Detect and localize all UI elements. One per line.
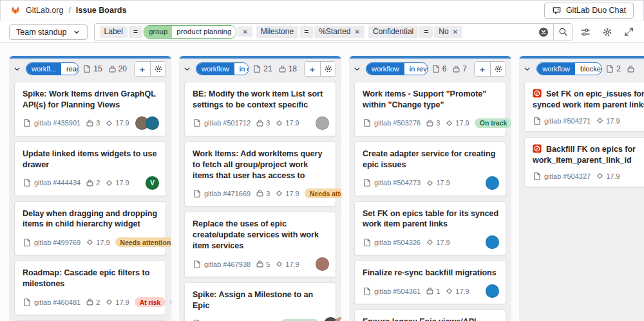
board-column: workfl...ready for developme...1520+Spik… [9, 56, 171, 321]
assignee-avatars [486, 235, 499, 249]
card-weight-value: 1 [436, 288, 440, 295]
column-weight-count: 18 [278, 64, 297, 73]
board-card[interactable]: Work Items: Add workItems query to fetch… [184, 142, 336, 207]
card-iteration: 17.9 [275, 119, 299, 127]
card-title-text: Update linked items widgets to use drawe… [23, 149, 156, 169]
card-weight-value: 3 [96, 119, 100, 127]
search-button[interactable] [557, 26, 569, 38]
magnifier-icon [558, 27, 568, 37]
issue-reference: gitlab #499769 [23, 238, 80, 247]
filter-token[interactable]: Label=groupproduct planning✕ [100, 25, 252, 39]
card-title-text: Roadmap: Cascade epic filters to milesto… [23, 268, 149, 288]
collapse-column-button[interactable] [12, 65, 23, 73]
card-meta: gitlab #460481217.9At risk [23, 295, 159, 309]
avatar[interactable] [316, 116, 329, 130]
duo-chat-button[interactable]: GitLab Duo Chat [544, 3, 634, 19]
plus-icon: + [310, 64, 316, 75]
assignee-avatars [486, 176, 499, 190]
card-title: BE: Modify the work item List sort setti… [193, 89, 329, 111]
add-card-button[interactable]: + [475, 62, 490, 76]
card-title: Set FK on epics table for its synced wor… [363, 208, 499, 230]
avatar[interactable] [486, 176, 499, 190]
card-iteration-value: 17.9 [436, 239, 450, 246]
issue-count-value: 21 [263, 64, 272, 73]
status-badge: On track [475, 118, 511, 128]
board-card[interactable]: Create adapter service for creating epic… [354, 142, 506, 196]
board-card[interactable]: BE: Modify the work item List sort setti… [184, 82, 336, 136]
board-switcher-label: Team standup [16, 28, 67, 37]
remove-token-button[interactable]: ✕ [238, 26, 252, 37]
avatar[interactable] [146, 116, 159, 130]
issue-reference-text: gitlab #471669 [204, 190, 251, 197]
filter-token[interactable]: Milestone=%Started✕ [256, 25, 365, 39]
filtered-search-input[interactable]: Label=groupproduct planning✕Milestone=%S… [94, 23, 573, 41]
column-label: workflowin review [366, 62, 428, 76]
board: workfl...ready for developme...1520+Spik… [0, 43, 644, 321]
issue-reference: gitlab #460481 [23, 298, 80, 307]
add-card-button[interactable]: + [305, 62, 320, 76]
assignee-avatars [324, 317, 341, 321]
column-settings-button[interactable] [320, 62, 336, 76]
board-card[interactable]: Finalize re-sync backfill migrationsgitl… [354, 261, 506, 304]
iteration-diamond-icon [105, 119, 113, 127]
board-card[interactable]: Roadmap: Cascade epic filters to milesto… [14, 261, 166, 315]
card-title-text: Work items - Support "Promote" within "C… [363, 89, 486, 109]
card-title-text: Ensure legacy Epic views/API return the … [363, 317, 480, 321]
column-card-list: Spike: Work Items driven GraphQL API(s) … [9, 79, 171, 321]
board-card[interactable]: Spike: Work Items driven GraphQL API(s) … [14, 82, 166, 136]
remove-token-button[interactable]: ✕ [453, 28, 458, 35]
gear-icon [324, 64, 333, 73]
issue-reference-text: gitlab #467938 [204, 261, 251, 268]
fullscreen-button[interactable] [623, 26, 635, 38]
board-card[interactable]: Update linked items widgets to use drawe… [14, 142, 166, 196]
board-column: workflowblocked2+Set FK on epic_issues f… [519, 56, 644, 321]
chevron-down-icon [73, 28, 80, 36]
card-meta: gitlab #3741617.9On track [193, 317, 329, 321]
avatar[interactable] [171, 295, 171, 309]
clear-filters-button[interactable] [537, 26, 550, 39]
column-weight-count: 7 [452, 64, 467, 73]
issue-type-icon [23, 298, 32, 307]
column-label: workflowin dev [196, 62, 249, 76]
card-weight: 5 [256, 260, 270, 268]
weight-icon [256, 260, 264, 268]
iteration-diamond-icon [105, 179, 113, 187]
breadcrumb-group-link[interactable]: GitLab.org [26, 6, 63, 15]
sort-sliders-button[interactable] [579, 26, 592, 39]
weight-count-value: 18 [289, 64, 297, 73]
card-iteration: 17.9 [445, 287, 469, 295]
board-card[interactable]: Replace the uses of epic create/update s… [184, 212, 336, 277]
collapse-column-button[interactable] [522, 65, 533, 73]
board-card[interactable]: Set FK on epic_issues for its synced wor… [524, 82, 644, 132]
chevron-down-icon [13, 65, 21, 73]
collapse-column-button[interactable] [182, 65, 193, 73]
card-title-text: Replace the uses of epic create/update s… [193, 219, 319, 250]
avatar[interactable] [486, 235, 499, 249]
card-weight-value: 2 [96, 179, 100, 187]
remove-token-button[interactable]: ✕ [355, 28, 360, 35]
board-card[interactable]: Work items - Support "Promote" within "C… [354, 82, 506, 136]
card-title-text: Delay when dragging and dropping items i… [23, 209, 157, 229]
column-settings-button[interactable] [490, 62, 506, 76]
card-meta: gitlab #435901317.9 [23, 116, 159, 130]
board-card[interactable]: Ensure legacy Epic views/API return the … [354, 309, 506, 321]
avatar[interactable] [316, 257, 329, 271]
board-card[interactable]: Set FK on epics table for its synced wor… [354, 201, 506, 256]
search-divider [553, 24, 554, 40]
board-card[interactable]: Delay when dragging and dropping items i… [14, 201, 166, 256]
collapse-column-button[interactable] [352, 65, 363, 73]
column-settings-button[interactable] [150, 62, 166, 76]
weight-count-value: 20 [118, 64, 127, 73]
avatar[interactable] [334, 317, 341, 321]
column-card-list: Set FK on epic_issues for its synced wor… [519, 79, 644, 192]
board-card[interactable]: Backfill FK on epics for work_item_paren… [524, 137, 644, 187]
board-config-button[interactable] [601, 26, 614, 39]
board-switcher-dropdown[interactable]: Team standup [9, 24, 88, 40]
scoped-label-value: product planning [172, 26, 236, 38]
board-card[interactable]: Spike: Assign a Milestone to an Epicgitl… [184, 282, 336, 321]
avatar[interactable]: V [146, 176, 159, 190]
filter-token[interactable]: Confidential=No✕ [368, 25, 462, 39]
avatar[interactable] [486, 284, 499, 298]
issue-reference: gitlab #504326 [363, 238, 421, 247]
add-card-button[interactable]: + [135, 62, 150, 76]
